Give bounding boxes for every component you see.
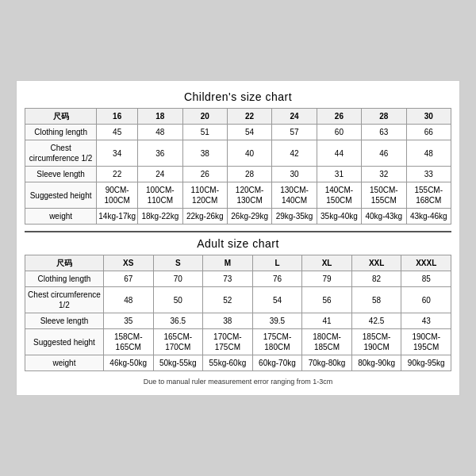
cell-value: 45 — [97, 125, 138, 140]
cell-value: 41 — [302, 313, 352, 329]
col-header: 28 — [362, 109, 406, 125]
cell-value: 190CM-195CM — [401, 329, 451, 355]
row-label: weight — [25, 209, 97, 225]
cell-value: 38 — [182, 140, 227, 167]
cell-value: 58 — [351, 287, 401, 313]
cell-value: 60 — [401, 287, 451, 313]
col-header: 30 — [406, 109, 451, 125]
table-row: Suggested height90CM-100CM100CM-110CM110… — [25, 182, 451, 209]
cell-value: 40 — [227, 140, 271, 167]
cell-value: 36 — [138, 140, 182, 167]
cell-value: 82 — [351, 271, 401, 287]
cell-value: 60 — [317, 125, 361, 140]
cell-value: 140CM-150CM — [317, 182, 361, 209]
cell-value: 43 — [401, 313, 451, 329]
cell-value: 50 — [153, 287, 203, 313]
cell-value: 66 — [406, 125, 451, 140]
cell-value: 90CM-100CM — [97, 182, 138, 209]
cell-value: 40kg-43kg — [362, 209, 406, 225]
cell-value: 31 — [317, 167, 361, 182]
cell-value: 32 — [362, 167, 406, 182]
row-label: Suggested height — [25, 182, 97, 209]
cell-value: 48 — [138, 125, 182, 140]
table-row: weight46kg-50kg50kg-55kg55kg-60kg60kg-70… — [25, 355, 451, 371]
cell-value: 28 — [227, 167, 271, 182]
note-text: Due to manual ruler measurement error ra… — [25, 378, 451, 386]
cell-value: 38 — [203, 313, 253, 329]
table-row: weight14kg-17kg18kg-22kg22kg-26kg26kg-29… — [25, 209, 451, 225]
cell-value: 42 — [272, 140, 317, 167]
cell-value: 155CM-168CM — [406, 182, 451, 209]
cell-value: 130CM-140CM — [272, 182, 317, 209]
cell-value: 63 — [362, 125, 406, 140]
cell-value: 22kg-26kg — [182, 209, 227, 225]
cell-value: 67 — [103, 271, 153, 287]
cell-value: 35kg-40kg — [317, 209, 361, 225]
cell-value: 46 — [362, 140, 406, 167]
col-header: 20 — [182, 109, 227, 125]
cell-value: 90kg-95kg — [401, 355, 451, 371]
col-header: 16 — [97, 109, 138, 125]
cell-value: 76 — [252, 271, 302, 287]
col-header: XS — [103, 255, 153, 271]
cell-value: 79 — [302, 271, 352, 287]
table-row: Chest circumference 1/23436384042444648 — [25, 140, 451, 167]
cell-value: 39.5 — [252, 313, 302, 329]
cell-value: 30 — [272, 167, 317, 182]
cell-value: 70kg-80kg — [302, 355, 352, 371]
row-label: Clothing length — [25, 271, 104, 287]
children-title: Children's size chart — [25, 90, 451, 103]
row-label: weight — [25, 355, 104, 371]
cell-value: 73 — [203, 271, 253, 287]
cell-value: 33 — [406, 167, 451, 182]
col-header: 22 — [227, 109, 271, 125]
cell-value: 158CM-165CM — [103, 329, 153, 355]
cell-value: 85 — [401, 271, 451, 287]
chart-container: Children's size chart 尺码1618202224262830… — [16, 80, 460, 396]
col-header: XL — [302, 255, 352, 271]
cell-value: 18kg-22kg — [138, 209, 182, 225]
cell-value: 43kg-46kg — [406, 209, 451, 225]
cell-value: 26kg-29kg — [227, 209, 271, 225]
row-label: Sleeve length — [25, 313, 104, 329]
table-row: Sleeve length2224262830313233 — [25, 167, 451, 182]
col-header: 尺码 — [25, 255, 104, 271]
table-row: Clothing length67707376798285 — [25, 271, 451, 287]
cell-value: 34 — [97, 140, 138, 167]
adult-table: 尺码XSSMLXLXXLXXXLClothing length677073767… — [25, 255, 451, 371]
row-label: Chest circumference 1/2 — [25, 287, 104, 313]
cell-value: 170CM-175CM — [203, 329, 253, 355]
col-header: 尺码 — [25, 109, 97, 125]
cell-value: 54 — [252, 287, 302, 313]
cell-value: 60kg-70kg — [252, 355, 302, 371]
cell-value: 48 — [406, 140, 451, 167]
col-header: XXXL — [401, 255, 451, 271]
col-header: L — [252, 255, 302, 271]
cell-value: 70 — [153, 271, 203, 287]
cell-value: 175CM-180CM — [252, 329, 302, 355]
cell-value: 46kg-50kg — [103, 355, 153, 371]
cell-value: 56 — [302, 287, 352, 313]
col-header: S — [153, 255, 203, 271]
table-row: Chest circumference 1/248505254565860 — [25, 287, 451, 313]
cell-value: 100CM-110CM — [138, 182, 182, 209]
col-header: XXL — [351, 255, 401, 271]
col-header: 24 — [272, 109, 317, 125]
cell-value: 42.5 — [351, 313, 401, 329]
children-table: 尺码1618202224262830Clothing length4548515… — [25, 108, 451, 225]
cell-value: 150CM-155CM — [362, 182, 406, 209]
cell-value: 22 — [97, 167, 138, 182]
cell-value: 48 — [103, 287, 153, 313]
cell-value: 55kg-60kg — [203, 355, 253, 371]
col-header: M — [203, 255, 253, 271]
section-divider — [25, 231, 451, 232]
row-label: Suggested height — [25, 329, 104, 355]
table-row: Suggested height158CM-165CM165CM-170CM17… — [25, 329, 451, 355]
cell-value: 110CM-120CM — [182, 182, 227, 209]
cell-value: 24 — [138, 167, 182, 182]
cell-value: 14kg-17kg — [97, 209, 138, 225]
cell-value: 36.5 — [153, 313, 203, 329]
cell-value: 165CM-170CM — [153, 329, 203, 355]
cell-value: 54 — [227, 125, 271, 140]
cell-value: 185CM-190CM — [351, 329, 401, 355]
